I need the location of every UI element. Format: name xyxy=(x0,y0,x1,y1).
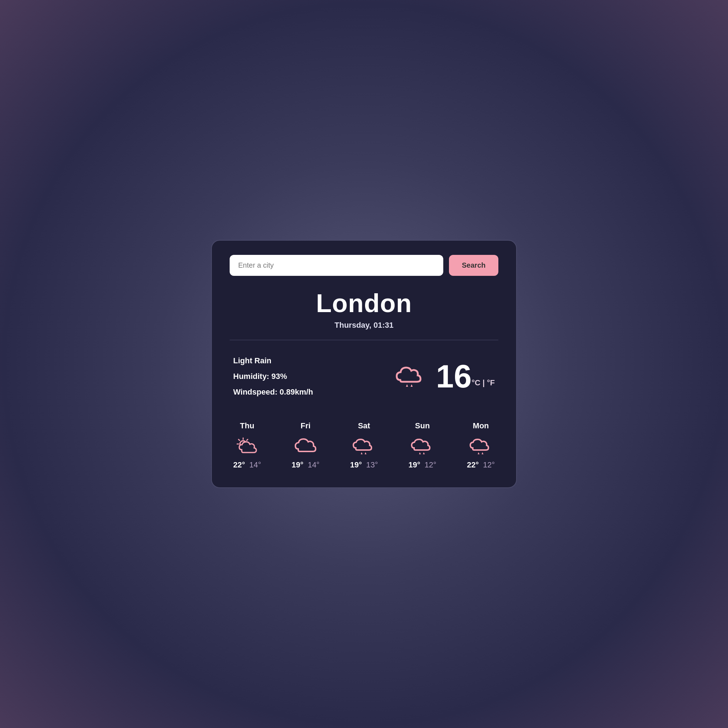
forecast-day-sun: Sun 19° 12° xyxy=(408,421,436,470)
forecast-icon-fri xyxy=(293,435,318,456)
weather-details: Light Rain Humidity: 93% Windspeed: 0.89… xyxy=(233,353,313,400)
main-weather-icon xyxy=(392,361,430,392)
divider xyxy=(229,340,499,340)
forecast-day-thu: Thu 22° 14° xyxy=(233,421,261,470)
windspeed-label: Windspeed: 0.89km/h xyxy=(233,384,313,400)
forecast-row: Thu 22° 14° Fri xyxy=(229,421,499,470)
day-sat: Sat xyxy=(358,421,370,430)
forecast-icon-sat xyxy=(352,435,376,456)
svg-marker-10 xyxy=(419,452,421,454)
day-fri: Fri xyxy=(301,421,310,430)
svg-marker-11 xyxy=(423,452,425,454)
condition-label: Light Rain xyxy=(233,353,313,369)
forecast-icon-sun xyxy=(410,435,435,456)
search-input[interactable] xyxy=(229,255,443,276)
temp-range-thu: 22° 14° xyxy=(233,460,261,470)
temp-range-mon: 22° 12° xyxy=(467,460,495,470)
svg-marker-1 xyxy=(411,384,413,387)
svg-line-6 xyxy=(239,439,240,440)
day-sun: Sun xyxy=(415,421,430,430)
temperature-display: 16°C | °F xyxy=(436,361,495,392)
svg-marker-0 xyxy=(406,384,408,387)
forecast-day-fri: Fri 19° 14° xyxy=(292,421,320,470)
day-mon: Mon xyxy=(473,421,489,430)
svg-marker-9 xyxy=(365,452,367,454)
day-thu: Thu xyxy=(240,421,254,430)
temp-range-fri: 19° 14° xyxy=(292,460,320,470)
search-row: Search xyxy=(229,255,499,276)
weather-icon-temp: 16°C | °F xyxy=(392,361,495,392)
search-button[interactable]: Search xyxy=(449,255,499,276)
temp-range-sat: 19° 13° xyxy=(350,460,378,470)
forecast-day-mon: Mon 22° 12° xyxy=(467,421,495,470)
humidity-label: Humidity: 93% xyxy=(233,369,313,384)
current-weather: Light Rain Humidity: 93% Windspeed: 0.89… xyxy=(229,353,499,400)
city-name: London xyxy=(229,289,499,318)
svg-marker-12 xyxy=(478,452,480,454)
forecast-icon-mon xyxy=(468,435,493,456)
svg-marker-13 xyxy=(482,452,483,454)
temp-range-sun: 19° 12° xyxy=(408,460,436,470)
forecast-day-sat: Sat 19° 13° xyxy=(350,421,378,470)
weather-card: Search London Thursday, 01:31 Light Rain… xyxy=(211,240,517,488)
svg-line-4 xyxy=(247,439,248,440)
temp-units: °C | °F xyxy=(472,378,495,387)
date-time: Thursday, 01:31 xyxy=(229,321,499,330)
forecast-icon-thu xyxy=(235,435,260,456)
svg-marker-8 xyxy=(361,452,362,454)
